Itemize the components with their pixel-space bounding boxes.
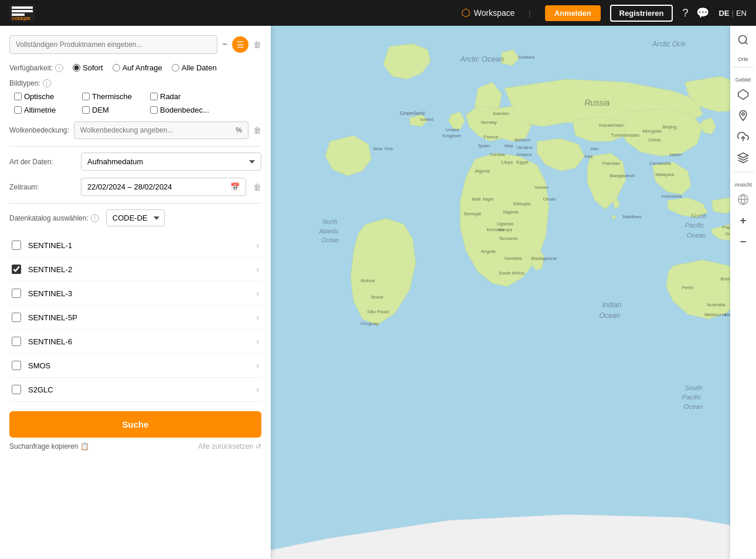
verfuegbarkeit-info-icon[interactable]: i — [55, 64, 63, 72]
lang-de[interactable]: DE — [718, 9, 729, 18]
svg-text:South Africa: South Africa — [499, 270, 525, 276]
svg-text:Nigeria: Nigeria — [503, 209, 519, 215]
pin-button[interactable] — [734, 106, 752, 125]
chevron-right-icon: › — [256, 265, 259, 274]
radio-alle-daten[interactable]: Alle Daten — [172, 63, 217, 72]
clear-zeitraum-button[interactable]: 🗑 — [253, 182, 261, 192]
draw-polygon-button[interactable] — [734, 85, 752, 104]
plus-icon: + — [740, 215, 747, 227]
clear-search-button[interactable]: 🗑 — [253, 40, 261, 49]
sentinel-checkbox-sentinel-5p[interactable] — [12, 313, 21, 322]
cb-bodenbedec[interactable]: Bodenbedec... — [150, 106, 209, 114]
location-search-button[interactable] — [734, 31, 752, 49]
svg-text:United: United — [445, 127, 459, 133]
logo-icon: CODE|DE — [9, 4, 35, 22]
sentinel-checkbox-s2glc[interactable] — [12, 385, 21, 394]
map-area[interactable]: Arctic Ocean Russia North Atlantic Ocean… — [271, 26, 756, 559]
svg-text:Kazakhstan: Kazakhstan — [599, 123, 624, 128]
svg-text:Maldives: Maldives — [623, 214, 642, 219]
gebiet-label: Gebiet — [735, 77, 751, 83]
sentinel-checkbox-smos[interactable] — [12, 361, 21, 370]
svg-text:Spain: Spain — [478, 143, 490, 148]
cb-radar[interactable]: Radar — [150, 92, 209, 101]
art-select[interactable]: Aufnahmedatum — [81, 153, 261, 171]
sentinel-checkbox-sentinel-2[interactable] — [12, 265, 21, 274]
lang-separator: | — [732, 9, 734, 18]
svg-text:Arctic Ocean: Arctic Ocean — [459, 55, 504, 63]
svg-text:São Paulo: São Paulo — [367, 309, 390, 314]
sentinel-item[interactable]: SENTINEL-2› — [9, 258, 261, 282]
sentinel-item[interactable]: SENTINEL-6› — [9, 330, 261, 354]
globe-view-button[interactable] — [734, 190, 752, 209]
cb-thermische[interactable]: Thermische — [82, 92, 141, 101]
bildtypen-row: Bildtypen: i Optische Thermische Radar — [9, 79, 261, 114]
svg-text:Perth: Perth — [682, 285, 693, 290]
filter-button[interactable]: ☰ — [232, 36, 248, 53]
search-input[interactable] — [9, 35, 217, 54]
cb-optische[interactable]: Optische — [14, 92, 73, 101]
anmelden-button[interactable]: Anmelden — [545, 5, 601, 21]
sentinel-item[interactable]: SENTINEL-1› — [9, 233, 261, 258]
svg-text:Norway: Norway — [481, 120, 497, 125]
calendar-icon[interactable]: 📅 — [230, 182, 240, 191]
tools-divider-2 — [733, 172, 754, 172]
cb-altimetrie[interactable]: Altimetrie — [14, 106, 73, 114]
workspace-nav[interactable]: ⬡ Workspace — [461, 6, 515, 19]
chevron-right-icon: › — [256, 313, 259, 322]
zoom-out-button[interactable]: − — [734, 232, 752, 251]
sentinel-item[interactable]: SENTINEL-3› — [9, 282, 261, 306]
verfuegbarkeit-label: Verfügbarkeit: i — [9, 64, 68, 72]
zoom-in-button[interactable]: + — [734, 211, 752, 230]
svg-text:Arctic Oce: Arctic Oce — [652, 40, 685, 48]
clear-wolken-button[interactable]: 🗑 — [253, 126, 261, 135]
svg-text:Atlantic: Atlantic — [319, 228, 339, 235]
zeitraum-input[interactable]: 22/02/2024 – 28/02/2024 📅 — [81, 178, 246, 196]
svg-text:Pacific: Pacific — [685, 222, 704, 229]
bildtypen-info-icon[interactable]: i — [43, 79, 51, 87]
datenkatalog-info-icon[interactable]: i — [91, 214, 99, 222]
chat-icon[interactable]: 💬 — [696, 6, 709, 19]
svg-text:Turkmenistan: Turkmenistan — [611, 133, 640, 138]
svg-text:Pacific: Pacific — [682, 394, 701, 401]
zeitraum-value: 22/02/2024 – 28/02/2024 — [87, 182, 172, 191]
sentinel-item[interactable]: S2GLC› — [9, 378, 261, 402]
layers-button[interactable] — [734, 148, 752, 167]
registrieren-button[interactable]: Registrieren — [610, 5, 673, 22]
svg-text:Italy: Italy — [505, 143, 514, 148]
datenkatalog-select[interactable]: CODE-DE — [106, 209, 165, 226]
svg-text:Mongolia: Mongolia — [642, 128, 662, 134]
svg-text:Namibia: Namibia — [505, 256, 522, 261]
sentinel-item[interactable]: SMOS› — [9, 354, 261, 378]
datenkatalog-row: Datenkatalog auswählen: i CODE-DE — [9, 209, 261, 226]
radio-auf-anfrage[interactable]: Auf Anfrage — [113, 63, 162, 72]
language-switcher[interactable]: DE | EN — [718, 9, 747, 18]
svg-text:Indonesia: Indonesia — [661, 194, 682, 199]
workspace-label: Workspace — [474, 8, 515, 18]
divider-2 — [9, 203, 261, 204]
lang-en[interactable]: EN — [736, 9, 747, 18]
wolken-input[interactable] — [80, 126, 236, 134]
upload-button[interactable] — [734, 127, 752, 146]
svg-text:Iraq: Iraq — [584, 154, 592, 159]
tilde-button[interactable]: ~ — [222, 39, 227, 50]
reset-button[interactable]: Alle zurücksetzen ↺ — [198, 442, 261, 450]
minus-icon: − — [740, 236, 747, 248]
help-icon[interactable]: ? — [682, 7, 688, 19]
chevron-right-icon: › — [256, 361, 259, 370]
sentinel-item[interactable]: SENTINEL-5P› — [9, 306, 261, 330]
sentinel-checkbox-sentinel-1[interactable] — [12, 240, 21, 250]
map-background: Arctic Ocean Russia North Atlantic Ocean… — [271, 26, 756, 559]
radio-sofort[interactable]: Sofort — [73, 63, 103, 72]
chevron-right-icon: › — [256, 289, 259, 298]
search-button[interactable]: Suche — [9, 411, 261, 438]
svg-text:Sweden: Sweden — [493, 111, 510, 116]
verfuegbarkeit-options: Sofort Auf Anfrage Alle Daten — [73, 63, 217, 72]
cb-dem[interactable]: DEM — [82, 106, 141, 114]
sentinel-checkbox-sentinel-6[interactable] — [12, 337, 21, 346]
copy-query-button[interactable]: Suchanfrage kopieren 📋 — [9, 442, 89, 450]
svg-rect-2 — [12, 10, 33, 12]
logo: CODE|DE — [9, 4, 35, 22]
svg-marker-84 — [738, 153, 748, 158]
sentinel-checkbox-sentinel-3[interactable] — [12, 289, 21, 298]
tools-divider-1 — [733, 67, 754, 67]
